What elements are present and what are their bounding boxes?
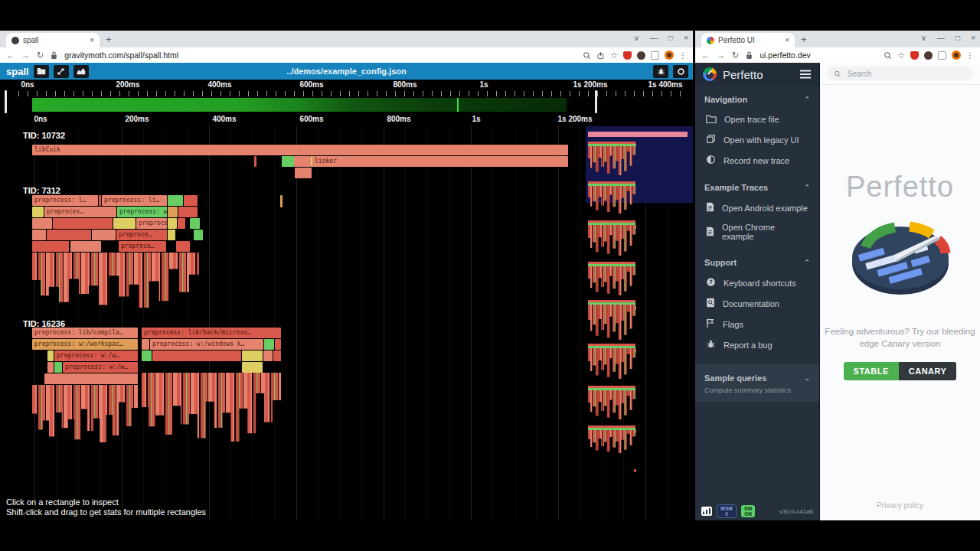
- trace-span[interactable]: [280, 195, 283, 207]
- reload-icon[interactable]: ↻: [37, 51, 44, 60]
- trace-span[interactable]: [273, 350, 281, 361]
- trace-span[interactable]: [295, 168, 312, 178]
- browser-menu-icon[interactable]: ⋮: [966, 51, 974, 60]
- trace-span[interactable]: preproce…: [136, 218, 167, 229]
- trace-span[interactable]: [168, 230, 175, 240]
- privacy-policy-link[interactable]: Privacy policy: [820, 501, 980, 510]
- section-title-row[interactable]: Support⌃: [704, 253, 810, 272]
- trace-span[interactable]: preprocess: l…: [32, 195, 98, 206]
- trace-span[interactable]: [70, 241, 101, 252]
- tab-close-icon[interactable]: ×: [785, 36, 789, 44]
- trace-span[interactable]: preprocess: w:/windows k…: [150, 339, 263, 350]
- zoom-icon[interactable]: [884, 51, 892, 60]
- trace-span[interactable]: [595, 90, 597, 113]
- sidebar-item-open-trace-file[interactable]: Open trace file: [704, 109, 810, 129]
- chevron-up-icon[interactable]: ⌃: [804, 96, 810, 103]
- trace-span[interactable]: [176, 241, 190, 252]
- bookmark-star-icon[interactable]: ☆: [610, 51, 618, 60]
- side-panel-icon[interactable]: [938, 51, 946, 60]
- trace-span[interactable]: [190, 218, 200, 229]
- chevron-up-icon[interactable]: ⌃: [804, 259, 810, 266]
- trace-span[interactable]: [113, 218, 136, 229]
- maximize-icon[interactable]: □: [956, 32, 960, 44]
- sidebar-item-open-android-example[interactable]: Open Android example: [704, 197, 810, 218]
- scale-button[interactable]: [54, 65, 69, 78]
- trace-span[interactable]: [178, 207, 198, 217]
- trace-span[interactable]: [168, 207, 178, 217]
- browser-menu-icon[interactable]: ⋮: [679, 51, 687, 60]
- window-menu-icon[interactable]: ∨: [634, 32, 639, 44]
- hamburger-menu-icon[interactable]: [799, 70, 812, 79]
- url-text[interactable]: gravitymoth.com/spall/spall.html: [64, 51, 178, 60]
- section-title-row[interactable]: Navigation⌃: [704, 90, 810, 109]
- sidebar-item-open-with-legacy-ui[interactable]: Open with legacy UI: [704, 129, 810, 150]
- sidebar-item-keyboard-shortcuts[interactable]: ?Keyboard shortcuts: [704, 272, 810, 293]
- settings-button[interactable]: [673, 65, 688, 78]
- extension-shield-icon[interactable]: [623, 51, 632, 60]
- trace-span[interactable]: [254, 156, 256, 167]
- sidebar-item-report-a-bug[interactable]: Report a bug: [704, 334, 810, 355]
- trace-span[interactable]: [264, 339, 274, 350]
- chevron-up-icon[interactable]: ⌃: [804, 184, 810, 191]
- trace-span[interactable]: [178, 218, 185, 229]
- tab-perfetto[interactable]: Perfetto UI ×: [701, 33, 795, 47]
- search-input[interactable]: [846, 69, 966, 79]
- bug-report-button[interactable]: [653, 65, 668, 78]
- window-menu-icon[interactable]: ∨: [921, 32, 926, 44]
- extension-pin-icon[interactable]: [924, 51, 933, 60]
- extension-shield-icon[interactable]: [910, 51, 919, 60]
- sidebar-item-open-chrome-example[interactable]: Open Chrome example: [704, 218, 810, 246]
- bookmark-star-icon[interactable]: ☆: [897, 51, 905, 60]
- back-icon[interactable]: ←: [701, 51, 710, 60]
- trace-span[interactable]: [32, 241, 69, 252]
- trace-span[interactable]: preprocess: w:/workspac…: [32, 339, 138, 350]
- forward-icon[interactable]: →: [717, 51, 725, 60]
- trace-span[interactable]: [44, 373, 138, 384]
- trace-span[interactable]: [275, 339, 281, 350]
- back-icon[interactable]: ←: [6, 51, 15, 60]
- trace-span[interactable]: [168, 218, 177, 229]
- trace-span[interactable]: [142, 339, 149, 350]
- minimize-icon[interactable]: —: [937, 32, 945, 44]
- trace-span[interactable]: preprocess: lib/back/microso…: [142, 328, 281, 338]
- trace-span[interactable]: [92, 230, 116, 240]
- trace-span[interactable]: preproces…: [44, 207, 116, 217]
- trace-span[interactable]: [263, 350, 273, 361]
- trace-span[interactable]: [194, 230, 203, 240]
- trace-span[interactable]: [242, 350, 263, 361]
- stable-button[interactable]: STABLE: [844, 362, 899, 380]
- tab-close-icon[interactable]: ×: [90, 36, 94, 44]
- trace-span[interactable]: [32, 218, 52, 229]
- search-box[interactable]: [828, 67, 972, 80]
- profile-avatar[interactable]: [665, 51, 674, 60]
- minimap-activity-bar[interactable]: [32, 98, 567, 112]
- trace-span[interactable]: [282, 156, 294, 167]
- side-panel-icon[interactable]: [651, 51, 659, 60]
- section-title-row[interactable]: Example Traces⌃: [704, 178, 810, 197]
- trace-span[interactable]: [634, 469, 636, 472]
- stats-widget-icon[interactable]: [701, 507, 712, 516]
- trace-span[interactable]: preproce…: [119, 241, 166, 252]
- trace-span[interactable]: [142, 350, 152, 361]
- trace-span[interactable]: preprocess: lib/compila…: [32, 328, 138, 338]
- trace-span[interactable]: preprocess: w:…: [117, 207, 167, 217]
- stats-button[interactable]: [74, 65, 89, 78]
- trace-span[interactable]: [5, 90, 7, 113]
- trace-span[interactable]: [32, 207, 44, 217]
- extension-icon[interactable]: [637, 51, 645, 60]
- close-icon[interactable]: ×: [684, 32, 688, 44]
- trace-span[interactable]: [47, 230, 91, 240]
- sidebar-item-documentation[interactable]: Documentation: [704, 293, 810, 314]
- trace-span[interactable]: preproce…: [116, 230, 167, 240]
- trace-span[interactable]: libCuik: [32, 145, 568, 155]
- section-title-row[interactable]: Sample queries⌄: [704, 369, 810, 388]
- maximize-icon[interactable]: □: [668, 32, 673, 44]
- trace-span[interactable]: [99, 195, 101, 206]
- trace-span[interactable]: [152, 350, 241, 361]
- sidebar-item-flags[interactable]: Flags: [704, 314, 810, 334]
- trace-span[interactable]: preprocess: w:/w…: [54, 350, 138, 361]
- new-tab-button[interactable]: +: [801, 34, 807, 45]
- share-icon[interactable]: [596, 51, 605, 60]
- profile-avatar[interactable]: [952, 51, 961, 60]
- trace-span[interactable]: [588, 132, 688, 137]
